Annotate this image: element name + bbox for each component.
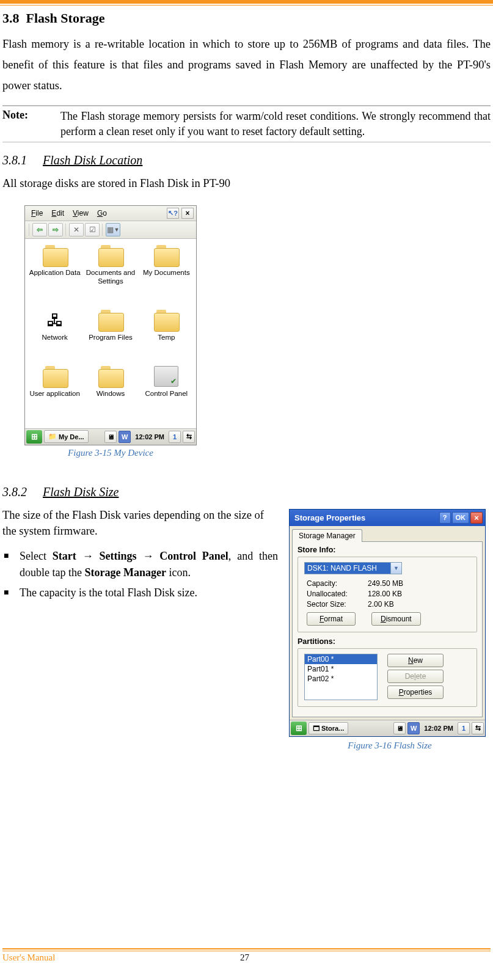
partition-list[interactable]: Part00 * Part01 * Part02 * bbox=[304, 654, 378, 700]
footer-manual-label: User's Manual bbox=[2, 953, 55, 963]
folder-icon bbox=[98, 245, 123, 266]
subsection-title: Flash Disk Location bbox=[43, 153, 142, 167]
list-item: Select Start → Settings → Control Panel,… bbox=[2, 548, 491, 581]
page-footer: User's Manual 27 bbox=[0, 948, 493, 963]
ok-button[interactable]: OK bbox=[452, 512, 470, 524]
taskbar-clock: 12:02 PM bbox=[133, 433, 167, 441]
file-icon-area: Application Data Documents and Settings … bbox=[25, 239, 196, 428]
menu-view[interactable]: View bbox=[69, 208, 92, 219]
tray-desktop-icon[interactable]: 🖥 bbox=[393, 722, 406, 734]
tray-desktop-icon[interactable]: 🖥 bbox=[104, 431, 117, 443]
nav-back-icon[interactable]: ⇦ bbox=[32, 223, 47, 236]
subsection-number: 3.8.2 bbox=[2, 485, 40, 499]
network-icon: 🖧 bbox=[43, 310, 67, 331]
tab-strip: Storage Manager bbox=[290, 526, 485, 541]
taskbar: ⊞ 📁 My De... 🖥 W 12:02 PM 1 ⇆ bbox=[25, 428, 196, 445]
instruction-list: Select Start → Settings → Control Panel,… bbox=[2, 548, 491, 601]
tab-storage-manager[interactable]: Storage Manager bbox=[292, 529, 362, 542]
properties-icon[interactable]: ☑ bbox=[85, 223, 100, 236]
storage-properties-window: Storage Properties ? OK × Storage Manage… bbox=[289, 509, 486, 737]
folder-program-files[interactable]: Program Files bbox=[84, 310, 136, 354]
partition-item[interactable]: Part02 * bbox=[305, 674, 377, 684]
section-title-text: Flash Storage bbox=[26, 10, 105, 26]
new-partition-button[interactable]: New bbox=[387, 654, 444, 667]
close-icon[interactable]: × bbox=[470, 512, 483, 524]
help-button-icon[interactable]: ? bbox=[439, 512, 451, 524]
delete-icon[interactable]: ✕ bbox=[69, 223, 84, 236]
properties-button[interactable]: Properties bbox=[387, 686, 444, 699]
note-text: The Flash storage memory persists for wa… bbox=[60, 109, 491, 139]
control-panel-icon bbox=[154, 366, 178, 387]
taskbar: ⊞ 🗔 Stora... 🖥 W 12:02 PM 1 ⇆ bbox=[290, 720, 485, 736]
tray-input-icon[interactable]: W bbox=[119, 431, 131, 443]
section-heading: 3.8 Flash Storage bbox=[2, 10, 491, 26]
note-label: Note: bbox=[2, 109, 60, 139]
folder-temp[interactable]: Temp bbox=[141, 310, 192, 354]
menu-edit[interactable]: Edit bbox=[48, 208, 68, 219]
subsection-number: 3.8.1 bbox=[2, 153, 40, 167]
folder-user-application[interactable]: User application bbox=[29, 366, 81, 410]
folder-windows[interactable]: Windows bbox=[84, 366, 136, 410]
folder-icon bbox=[98, 310, 123, 331]
toolbar: ⇦ ⇨ ✕ ☑ ▦▼ bbox=[25, 221, 196, 239]
taskbar-clock: 12:02 PM bbox=[422, 725, 456, 732]
menu-go[interactable]: Go bbox=[93, 208, 111, 219]
subsection-3-8-2-heading: 3.8.2 Flash Disk Size bbox=[2, 485, 491, 499]
folder-my-documents[interactable]: My Documents bbox=[141, 245, 192, 298]
folder-icon bbox=[43, 366, 67, 387]
figure-3-15-caption: Figure 3-15 My Device bbox=[24, 448, 197, 458]
taskbar-app-button[interactable]: 📁 My De... bbox=[44, 430, 89, 443]
list-item: The capacity is the total Flash Disk siz… bbox=[2, 585, 491, 601]
format-button[interactable]: Format bbox=[307, 612, 356, 626]
tray-input-icon[interactable]: W bbox=[407, 722, 420, 734]
figure-3-16-caption: Figure 3-16 Flash Size bbox=[289, 740, 491, 751]
folder-icon bbox=[98, 366, 123, 387]
dismount-button[interactable]: Dismount bbox=[371, 612, 421, 626]
sector-size-value: 2.00 KB bbox=[368, 600, 394, 609]
footer-page-number: 27 bbox=[55, 953, 434, 963]
folder-icon bbox=[43, 245, 67, 266]
folder-application-data[interactable]: Application Data bbox=[29, 245, 81, 298]
subsection-3-8-1-heading: 3.8.1 Flash Disk Location bbox=[2, 153, 491, 167]
tray-network-icon[interactable]: ⇆ bbox=[183, 431, 195, 443]
section-number: 3.8 bbox=[2, 10, 20, 26]
tray-indicator-icon[interactable]: 1 bbox=[458, 722, 470, 734]
delete-partition-button[interactable]: Delete bbox=[387, 670, 444, 683]
view-mode-icon[interactable]: ▦▼ bbox=[106, 223, 120, 236]
folder-documents-and-settings[interactable]: Documents and Settings bbox=[84, 245, 136, 298]
menu-bar: File Edit View Go ↖? × bbox=[25, 206, 196, 221]
my-device-window: File Edit View Go ↖? × ⇦ ⇨ ✕ ☑ ▦▼ Applic… bbox=[24, 205, 197, 445]
tray-indicator-icon[interactable]: 1 bbox=[169, 431, 181, 443]
folder-icon bbox=[154, 310, 178, 331]
sub1-text: All storage disks are stored in Flash Di… bbox=[2, 176, 491, 192]
title-bar: Storage Properties ? OK × bbox=[290, 510, 485, 526]
note-block: Note: The Flash storage memory persists … bbox=[2, 105, 491, 142]
intro-paragraph: Flash memory is a re-writable location i… bbox=[2, 34, 491, 97]
start-button-icon[interactable]: ⊞ bbox=[291, 722, 307, 735]
close-icon[interactable]: × bbox=[181, 208, 194, 219]
menu-file[interactable]: File bbox=[27, 208, 46, 219]
partitions-label: Partitions: bbox=[298, 637, 477, 646]
folder-icon bbox=[154, 245, 178, 266]
partition-item-selected[interactable]: Part00 * bbox=[305, 654, 377, 664]
network-item[interactable]: 🖧Network bbox=[29, 310, 81, 354]
nav-forward-icon[interactable]: ⇨ bbox=[48, 223, 63, 236]
tray-network-icon[interactable]: ⇆ bbox=[472, 722, 484, 734]
subsection-title: Flash Disk Size bbox=[43, 485, 119, 499]
window-title: Storage Properties bbox=[294, 513, 438, 522]
partitions-group: Part00 * Part01 * Part02 * New Delete Pr… bbox=[298, 648, 477, 707]
control-panel-item[interactable]: Control Panel bbox=[141, 366, 192, 410]
context-help-icon[interactable]: ↖? bbox=[167, 208, 179, 219]
sector-size-label: Sector Size: bbox=[307, 600, 368, 609]
start-button-icon[interactable]: ⊞ bbox=[26, 430, 42, 444]
taskbar-app-button[interactable]: 🗔 Stora... bbox=[309, 722, 348, 734]
partition-item[interactable]: Part01 * bbox=[305, 664, 377, 674]
